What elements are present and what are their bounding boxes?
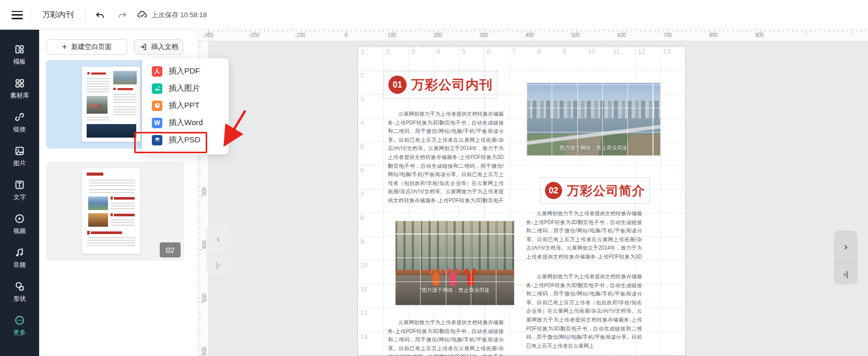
ruler-label: 400 [507, 32, 553, 38]
section2-body-text-1[interactable]: 云展网创致力于为上传者提供文档转换存储服务-上传PDF转换为3D翻页电子书，自动… [526, 210, 642, 262]
grid-row-label: 6 [360, 166, 367, 190]
city-photo[interactable]: 图片源于网络，禁止商业用途 [527, 83, 660, 156]
grid-row-label: 10 [360, 261, 367, 285]
menu-item-label: 插入图片 [169, 83, 200, 93]
section1-badge: 01 [388, 76, 407, 94]
insert-document-button[interactable]: 插入文档 [134, 39, 183, 55]
ruler-label: 200 [415, 32, 461, 38]
section1-body-text[interactable]: 云展网创致力于为上传者提供文档转换存储服务-上传PDF转换为3D翻页电子书，自动… [388, 110, 504, 206]
grid-column-label: 5 [459, 47, 484, 55]
sidebar-item-label: 链接 [14, 125, 26, 134]
sidebar-item-label: 文字 [14, 193, 26, 202]
sidebar-item-assets[interactable]: 素材库 [0, 77, 39, 111]
road-photo[interactable]: *图片源于网络，禁止商业用途 [395, 221, 514, 305]
menu-item-insert-ppt[interactable]: 插入PPT [142, 97, 229, 114]
grid-column-label: 6 [484, 47, 509, 55]
sidebar-item-shapes[interactable]: 形状 [0, 280, 39, 314]
ppt-file-icon [152, 101, 162, 111]
image-file-icon [152, 83, 162, 94]
ruler-label: 600 [599, 32, 645, 38]
new-blank-page-button[interactable]: + 新建空白页面 [46, 39, 127, 55]
menu-item-insert-psd[interactable]: 插入PSD [142, 131, 229, 149]
grid-row-label: 2 [360, 71, 367, 95]
sidebar-item-audio[interactable]: 音频 [0, 247, 39, 280]
save-status: 上次保存 10:58:18 [137, 9, 207, 20]
grid-row-label: 12 [360, 309, 367, 333]
sidebar-item-video[interactable]: 视频 [0, 213, 39, 247]
city-photo-caption: 图片源于网络，禁止商业用途 [527, 144, 660, 152]
sidebar-item-text[interactable]: 文字 [0, 179, 39, 213]
grid-column-label: 11 [610, 47, 635, 55]
grid-column-label: 1 [358, 47, 383, 55]
import-icon [139, 43, 148, 51]
ruler-label: -200 [231, 32, 277, 38]
hamburger-menu-icon[interactable] [11, 11, 23, 19]
page-nav-left: ‹ |‹ [207, 223, 230, 276]
app-root: 万彩内刊 上次保存 10:58:18 98% [0, 0, 868, 356]
grid-row-label: 9 [360, 238, 367, 262]
ruler-label: 300 [201, 187, 207, 197]
divider [30, 9, 31, 21]
sidebar-item-images[interactable]: 图片 [0, 145, 39, 179]
sidebar-item-label: 素材库 [10, 91, 29, 100]
page-nav-right: › ›| [834, 230, 858, 285]
menu-item-label: 插入Word [169, 118, 203, 128]
ruler-label: 900 [736, 32, 782, 38]
grid-column-numbers: 12345678910111213 [358, 47, 686, 55]
ruler-label: 700 [645, 32, 691, 38]
editor-canvas[interactable]: -300-200-1000100200300400500600700800900… [198, 30, 868, 356]
page-thumbnail-2[interactable]: 02 [46, 162, 184, 261]
section1-heading[interactable]: 01 万彩公司内刊 [388, 76, 493, 94]
grid-row-label: 7 [360, 190, 367, 214]
next-page-button[interactable]: › [834, 230, 858, 263]
grid-column-label: 13 [661, 47, 686, 55]
new-blank-page-label: 新建空白页面 [71, 42, 112, 52]
ruler-label: 600 [201, 346, 207, 356]
ruler-label: 400 [201, 240, 207, 250]
menu-item-label: 插入PDF [169, 66, 200, 76]
menu-item-insert-pdf[interactable]: 人 插入PDF [142, 63, 229, 80]
word-file-icon: W [152, 118, 162, 128]
sidebar-item-label: 模板 [14, 57, 26, 66]
first-page-button[interactable]: |‹ [207, 254, 230, 276]
document-page[interactable]: 12345678910111213 2345678910111213 01 万彩… [358, 46, 686, 356]
document-title: 万彩内刊 [38, 10, 78, 20]
assets-icon [14, 77, 26, 89]
undo-icon [95, 10, 105, 20]
ruler-label: 500 [201, 293, 207, 303]
redo-button[interactable] [115, 8, 129, 22]
horizontal-ruler: -300-200-1000100200300400500600700800900 [209, 30, 868, 41]
sidebar-item-more[interactable]: 更多 [0, 314, 39, 348]
previous-page-button[interactable]: ‹ [207, 223, 230, 254]
menu-item-insert-image[interactable]: 插入图片 [142, 80, 229, 97]
text-icon [14, 179, 26, 190]
template-icon [14, 43, 26, 55]
left-bottom-body-text[interactable]: 云展网创致力于为上传者提供文档转换存储服务-上传PDF转换为3D翻页电子书，自动… [388, 318, 504, 356]
sidebar-item-label: 音频 [14, 261, 26, 269]
grid-column-label: 9 [560, 47, 585, 55]
last-page-button[interactable]: ›| [834, 263, 858, 285]
sidebar-item-label: 视频 [14, 227, 26, 236]
section2-body-text-2[interactable]: 云展网创致力于为上传者提供文档转换存储服务-上传PDF转换为3D翻页电子书，自动… [526, 273, 642, 356]
grid-column-label: 8 [534, 47, 560, 55]
link-icon [14, 111, 26, 122]
section2-heading[interactable]: 02 万彩公司简介 [545, 182, 645, 199]
page-number-badge: 02 [160, 242, 181, 257]
grid-row-label: 13 [360, 333, 367, 356]
section2-badge: 02 [545, 182, 562, 199]
top-toolbar: 万彩内刊 上次保存 10:58:18 98% [0, 0, 868, 30]
road-photo-caption: *图片源于网络，禁止商业用途 [395, 287, 514, 294]
insert-document-dropdown: 人 插入PDF 插入图片 插入PPT W 插入Word 插入PSD [142, 58, 229, 154]
grid-row-label: 11 [360, 285, 367, 309]
menu-item-insert-word[interactable]: W 插入Word [142, 114, 229, 131]
sidebar-item-label: 图片 [14, 159, 26, 168]
tool-sidebar: 模板 素材库 链接 图片 文字 视频 音频 形状 [0, 30, 39, 356]
grid-row-label: 4 [360, 119, 367, 143]
sidebar-item-templates[interactable]: 模板 [0, 43, 39, 77]
cloud-check-icon [137, 9, 148, 20]
grid-column-label: 2 [383, 47, 408, 55]
undo-button[interactable] [93, 8, 108, 22]
ruler-label: 500 [553, 32, 599, 38]
sidebar-item-links[interactable]: 链接 [0, 111, 39, 145]
sidebar-item-label: 形状 [14, 294, 26, 303]
